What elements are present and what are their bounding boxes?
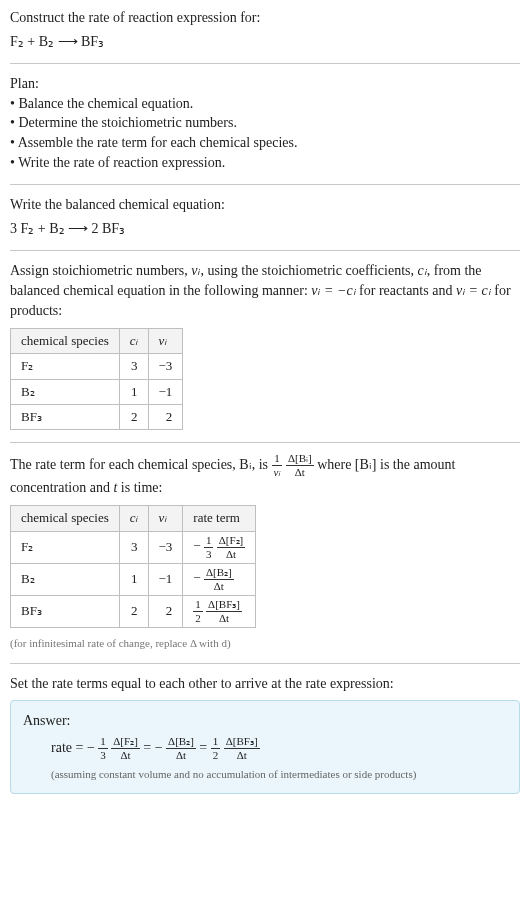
- generic-frac-1: 1νᵢ: [272, 453, 283, 478]
- assign-text: Assign stoichiometric numbers,: [10, 263, 191, 278]
- table-row: B₂ 1 −1: [11, 379, 183, 404]
- divider: [10, 663, 520, 664]
- frac-num: Δ[Bᵢ]: [286, 453, 314, 466]
- coeff-frac: 13: [98, 736, 108, 761]
- plan-item: Assemble the rate term for each chemical…: [10, 133, 520, 153]
- answer-label: Answer:: [23, 711, 507, 731]
- minus-sign: −: [193, 570, 204, 585]
- eq-sep: = −: [143, 740, 166, 755]
- problem-statement: Construct the rate of reaction expressio…: [10, 8, 520, 51]
- cell-nui: 2: [148, 595, 183, 627]
- frac-num: Δ[BF₃]: [206, 599, 242, 612]
- balanced-section: Write the balanced chemical equation: 3 …: [10, 195, 520, 238]
- cell-species: F₂: [11, 531, 120, 563]
- unbalanced-reaction: F₂ + B₂ ⟶ BF₃: [10, 32, 520, 52]
- rate-expression: rate = − 13 Δ[F₂]Δt = − Δ[B₂]Δt = 12 Δ[B…: [23, 736, 507, 761]
- table-row: F₂ 3 −3 − 13 Δ[F₂]Δt: [11, 531, 256, 563]
- answer-section: Set the rate terms equal to each other t…: [10, 674, 520, 794]
- cell-rate-term: − Δ[B₂]Δt: [183, 563, 256, 595]
- frac-num: 1: [204, 535, 214, 548]
- frac-den: νᵢ: [272, 466, 283, 478]
- ci-header: cᵢ: [130, 510, 138, 525]
- col-nui: νᵢ: [148, 329, 183, 354]
- cell-ci: 2: [119, 595, 148, 627]
- frac-den: 2: [211, 749, 221, 761]
- c-symbol: cᵢ: [418, 263, 427, 278]
- table-row: BF₃ 2 2: [11, 404, 183, 429]
- cell-species: F₂: [11, 354, 120, 379]
- frac-den: Δt: [286, 466, 314, 478]
- col-ci: cᵢ: [119, 506, 148, 531]
- infinitesimal-note: (for infinitesimal rate of change, repla…: [10, 636, 520, 651]
- table-row: B₂ 1 −1 − Δ[B₂]Δt: [11, 563, 256, 595]
- frac-den: 3: [204, 548, 214, 560]
- frac-num: Δ[F₂]: [217, 535, 246, 548]
- divider: [10, 63, 520, 64]
- plan-label: Plan:: [10, 74, 520, 94]
- plan-item: Write the rate of reaction expression.: [10, 153, 520, 173]
- cell-nui: −1: [148, 379, 183, 404]
- nui-header: νᵢ: [159, 333, 167, 348]
- assign-text: , using the stoichiometric coefficients,: [200, 263, 417, 278]
- frac-den: Δt: [206, 612, 242, 624]
- frac-num: 1: [193, 599, 203, 612]
- frac-num: Δ[B₂]: [166, 736, 196, 749]
- frac-den: Δt: [204, 580, 234, 592]
- frac-den: Δt: [224, 749, 260, 761]
- delta-frac: Δ[B₂]Δt: [204, 567, 234, 592]
- frac-den: 3: [98, 749, 108, 761]
- rate-term-text: The rate term for each chemical species,…: [10, 457, 272, 472]
- delta-frac: Δ[F₂]Δt: [217, 535, 246, 560]
- cell-rate-term: − 13 Δ[F₂]Δt: [183, 531, 256, 563]
- rate-prefix: rate = −: [51, 740, 98, 755]
- col-species: chemical species: [11, 329, 120, 354]
- delta-frac: Δ[BF₃]Δt: [206, 599, 242, 624]
- coeff-frac: 12: [211, 736, 221, 761]
- stoich-table: chemical species cᵢ νᵢ F₂ 3 −3 B₂ 1 −1 B…: [10, 328, 183, 430]
- plan-list: Balance the chemical equation. Determine…: [10, 94, 520, 172]
- frac-num: 1: [98, 736, 108, 749]
- cell-ci: 3: [119, 531, 148, 563]
- cell-ci: 2: [119, 404, 148, 429]
- col-ci: cᵢ: [119, 329, 148, 354]
- cell-nui: −1: [148, 563, 183, 595]
- cell-nui: −3: [148, 354, 183, 379]
- table-row: BF₃ 2 2 12 Δ[BF₃]Δt: [11, 595, 256, 627]
- divider: [10, 184, 520, 185]
- frac-den: Δt: [166, 749, 196, 761]
- eq-reactants: νᵢ = −cᵢ: [311, 283, 355, 298]
- cell-ci: 1: [119, 379, 148, 404]
- cell-species: BF₃: [11, 595, 120, 627]
- table-header-row: chemical species cᵢ νᵢ: [11, 329, 183, 354]
- frac-den: Δt: [111, 749, 140, 761]
- rate-term-section: The rate term for each chemical species,…: [10, 453, 520, 651]
- cell-species: B₂: [11, 379, 120, 404]
- generic-frac-2: Δ[Bᵢ]Δt: [286, 453, 314, 478]
- frac-num: Δ[F₂]: [111, 736, 140, 749]
- cell-nui: −3: [148, 531, 183, 563]
- delta-frac: Δ[F₂]Δt: [111, 736, 140, 761]
- table-header-row: chemical species cᵢ νᵢ rate term: [11, 506, 256, 531]
- table-row: F₂ 3 −3: [11, 354, 183, 379]
- frac-num: 1: [211, 736, 221, 749]
- cell-nui: 2: [148, 404, 183, 429]
- eq-products: νᵢ = cᵢ: [456, 283, 491, 298]
- cell-species: B₂: [11, 563, 120, 595]
- cell-rate-term: 12 Δ[BF₃]Δt: [183, 595, 256, 627]
- assign-section: Assign stoichiometric numbers, νᵢ, using…: [10, 261, 520, 430]
- plan-item: Balance the chemical equation.: [10, 94, 520, 114]
- assign-text: for reactants and: [356, 283, 456, 298]
- balanced-label: Write the balanced chemical equation:: [10, 195, 520, 215]
- frac-den: 2: [193, 612, 203, 624]
- balanced-reaction: 3 F₂ + B₂ ⟶ 2 BF₃: [10, 219, 520, 239]
- rate-term-table: chemical species cᵢ νᵢ rate term F₂ 3 −3…: [10, 505, 256, 627]
- eq-sep: =: [199, 740, 210, 755]
- plan-item: Determine the stoichiometric numbers.: [10, 113, 520, 133]
- divider: [10, 250, 520, 251]
- cell-species: BF₃: [11, 404, 120, 429]
- delta-frac: Δ[BF₃]Δt: [224, 736, 260, 761]
- plan-section: Plan: Balance the chemical equation. Det…: [10, 74, 520, 172]
- col-rate-term: rate term: [183, 506, 256, 531]
- set-equal-text: Set the rate terms equal to each other t…: [10, 674, 520, 694]
- divider: [10, 442, 520, 443]
